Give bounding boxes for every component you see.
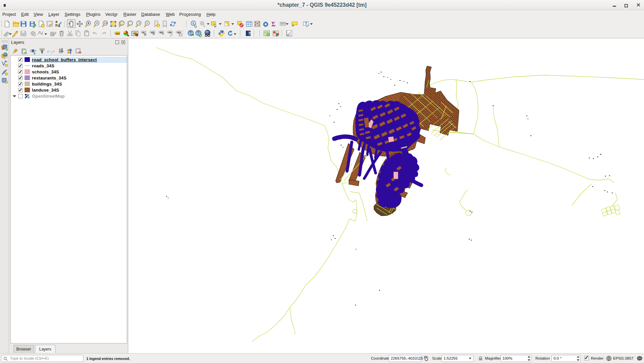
svg-text:abc: abc bbox=[151, 31, 155, 33]
svg-text:?: ? bbox=[249, 31, 251, 35]
svg-text:T: T bbox=[305, 22, 307, 26]
svg-text:1:1: 1:1 bbox=[104, 22, 108, 24]
svg-text:ab: ab bbox=[142, 31, 145, 33]
svg-text:abc: abc bbox=[177, 31, 181, 33]
svg-text:Σ: Σ bbox=[271, 21, 275, 28]
svg-text:abc: abc bbox=[168, 31, 172, 33]
svg-text:a: a bbox=[58, 24, 60, 28]
svg-text:abc: abc bbox=[116, 32, 120, 35]
svg-text:ε: ε bbox=[47, 48, 49, 54]
svg-text:i: i bbox=[193, 21, 194, 25]
